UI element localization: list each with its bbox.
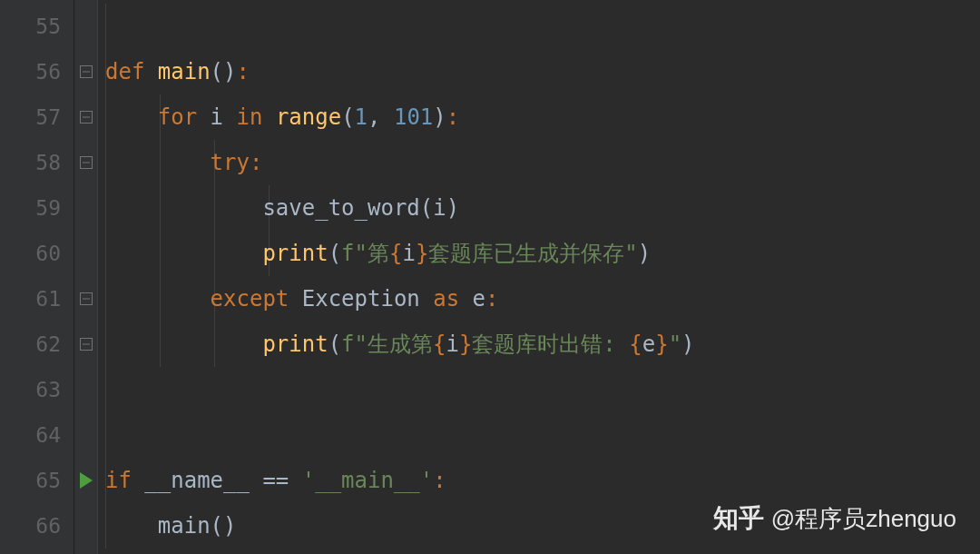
code-line: for i in range(1, 101): [105, 94, 980, 140]
code-area[interactable]: def main(): for i in range(1, 101): try:… [98, 0, 980, 554]
fold-toggle-icon[interactable] [80, 338, 93, 351]
line-number: 58 [0, 140, 74, 185]
code-line: except Exception as e: [105, 276, 980, 322]
run-gutter-icon[interactable] [80, 472, 93, 489]
code-line: if __name__ == '__main__': [105, 458, 980, 503]
code-line [105, 412, 980, 458]
line-number: 64 [0, 412, 74, 458]
fold-toggle-icon[interactable] [80, 292, 93, 305]
line-number-gutter: 55 56 57 58 59 60 61 62 63 64 65 66 [0, 0, 74, 554]
code-line: def main(): [105, 49, 980, 94]
zhihu-logo-icon: 知乎 [713, 501, 764, 536]
watermark: 知乎 @程序员zhenguo [713, 501, 956, 536]
line-number: 57 [0, 94, 74, 140]
code-line: try: [105, 140, 980, 185]
fold-toggle-icon[interactable] [80, 111, 93, 124]
fold-toggle-icon[interactable] [80, 156, 93, 169]
line-number: 55 [0, 4, 74, 49]
fold-toggle-icon[interactable] [80, 65, 93, 78]
code-line: print(f"第{i}套题库已生成并保存") [105, 231, 980, 276]
watermark-text: @程序员zhenguo [771, 503, 956, 535]
line-number: 65 [0, 458, 74, 503]
line-number: 61 [0, 276, 74, 322]
code-line [105, 367, 980, 412]
line-number: 66 [0, 503, 74, 549]
line-number: 62 [0, 322, 74, 367]
code-line: save_to_word(i) [105, 185, 980, 231]
line-number: 60 [0, 231, 74, 276]
line-number: 59 [0, 185, 74, 231]
fold-column [74, 0, 98, 554]
line-number: 63 [0, 367, 74, 412]
code-line: print(f"生成第{i}套题库时出错: {e}") [105, 322, 980, 367]
code-line [105, 4, 980, 49]
code-editor[interactable]: 55 56 57 58 59 60 61 62 63 64 65 66 [0, 0, 980, 554]
line-number: 56 [0, 49, 74, 94]
